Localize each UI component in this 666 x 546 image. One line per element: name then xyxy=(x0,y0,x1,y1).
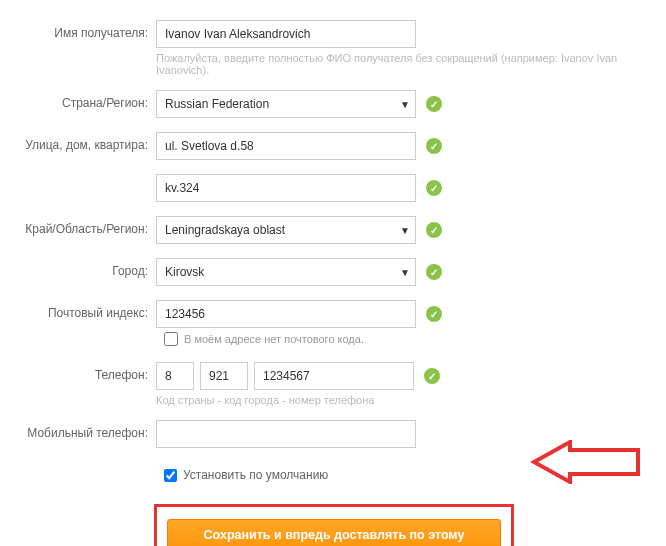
street-input-2[interactable] xyxy=(156,174,416,202)
recipient-hint: Пожалуйста, введите полностью ФИО получа… xyxy=(156,52,636,76)
no-postal-row: В моём адресе нет почтового кода. xyxy=(164,332,636,346)
row-recipient: Имя получателя: Пожалуйста, введите полн… xyxy=(0,20,636,76)
default-checkbox-label: Установить по умолчанию xyxy=(183,468,328,482)
highlight-box: Сохранить и впредь доставлять по этому а… xyxy=(154,504,514,546)
check-icon: ✓ xyxy=(424,368,440,384)
check-icon: ✓ xyxy=(426,222,442,238)
label-street: Улица, дом, квартира: xyxy=(0,132,156,152)
row-street: Улица, дом, квартира: ✓ xyxy=(0,132,636,160)
recipient-input[interactable] xyxy=(156,20,416,48)
row-city: Город: Kirovsk ▼ ✓ xyxy=(0,258,636,286)
region-select[interactable]: Leningradskaya oblast xyxy=(156,216,416,244)
save-button[interactable]: Сохранить и впредь доставлять по этому а… xyxy=(167,519,501,546)
label-phone: Телефон: xyxy=(0,362,156,382)
no-postal-checkbox[interactable] xyxy=(164,332,178,346)
phone-country-code-input[interactable] xyxy=(156,362,194,390)
no-postal-label: В моём адресе нет почтового кода. xyxy=(184,333,364,345)
street-input-1[interactable] xyxy=(156,132,416,160)
check-icon: ✓ xyxy=(426,264,442,280)
check-icon: ✓ xyxy=(426,96,442,112)
default-checkbox[interactable] xyxy=(164,469,177,482)
label-postal: Почтовый индекс: xyxy=(0,300,156,320)
mobile-input[interactable] xyxy=(156,420,416,448)
arrow-annotation-icon xyxy=(530,440,640,487)
phone-area-code-input[interactable] xyxy=(200,362,248,390)
label-city: Город: xyxy=(0,258,156,278)
label-region: Край/Область/Регион: xyxy=(0,216,156,236)
check-icon: ✓ xyxy=(426,138,442,154)
phone-hint: Код страны - код города - номер телефона xyxy=(156,394,636,406)
label-country: Страна/Регион: xyxy=(0,90,156,110)
row-country: Страна/Регион: Russian Federation ▼ ✓ xyxy=(0,90,636,118)
row-postal: Почтовый индекс: ✓ xyxy=(0,300,636,328)
row-street2: ✓ xyxy=(0,174,636,202)
label-mobile: Мобильный телефон: xyxy=(0,420,156,440)
phone-number-input[interactable] xyxy=(254,362,414,390)
city-select[interactable]: Kirovsk xyxy=(156,258,416,286)
row-region: Край/Область/Регион: Leningradskaya obla… xyxy=(0,216,636,244)
check-icon: ✓ xyxy=(426,180,442,196)
check-icon: ✓ xyxy=(426,306,442,322)
row-phone: Телефон: ✓ Код страны - код города - ном… xyxy=(0,362,636,406)
postal-input[interactable] xyxy=(156,300,416,328)
label-recipient: Имя получателя: xyxy=(0,20,156,40)
country-select[interactable]: Russian Federation xyxy=(156,90,416,118)
